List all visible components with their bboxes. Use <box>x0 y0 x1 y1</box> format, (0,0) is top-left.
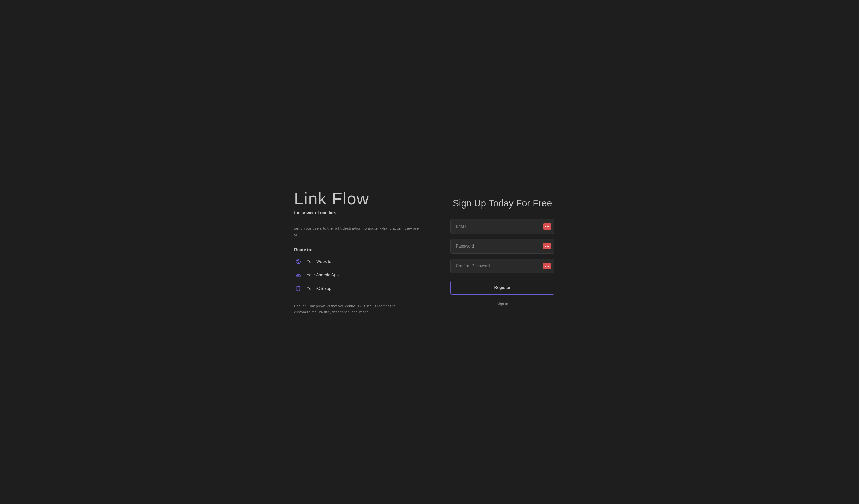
app-description: send your users to the right destination… <box>294 225 419 237</box>
confirm-password-input-icon[interactable] <box>543 263 551 269</box>
signup-title: Sign Up Today For Free <box>453 198 552 209</box>
left-panel: Link Flow the power of one link send you… <box>294 189 419 315</box>
confirm-password-field-wrapper <box>450 259 555 273</box>
route-website-label: Your Website <box>307 259 331 264</box>
dots-icon <box>545 246 549 247</box>
dot <box>545 266 546 267</box>
ios-icon <box>294 284 302 293</box>
list-item: Your iOS app <box>294 284 419 293</box>
password-input[interactable] <box>450 239 555 254</box>
register-button[interactable]: Register <box>450 281 555 295</box>
dot <box>547 246 548 247</box>
route-ios-label: Your iOS app <box>307 286 331 291</box>
page-container: Link Flow the power of one link send you… <box>273 173 586 331</box>
right-panel: Sign Up Today For Free <box>440 198 565 306</box>
password-input-icon[interactable] <box>543 243 551 249</box>
app-tagline: the power of one link <box>294 210 419 215</box>
dot <box>547 226 548 227</box>
email-input-icon[interactable] <box>543 223 551 230</box>
list-item: Your Website <box>294 257 419 266</box>
route-title: Route to: <box>294 248 419 252</box>
signin-link[interactable]: Sign In <box>450 302 555 306</box>
list-item: Your Android App <box>294 271 419 279</box>
dot <box>548 266 549 267</box>
email-input[interactable] <box>450 219 555 234</box>
dots-icon <box>545 266 549 267</box>
app-title: Link Flow <box>294 189 419 208</box>
dots-icon <box>545 226 549 227</box>
dot <box>547 266 548 267</box>
confirm-password-input[interactable] <box>450 259 555 273</box>
route-section: Route to: Your Website <box>294 248 419 293</box>
email-field-wrapper <box>450 219 555 234</box>
android-icon <box>294 271 302 279</box>
dot <box>548 246 549 247</box>
dot <box>545 246 546 247</box>
dot <box>545 226 546 227</box>
bottom-description: Beautiful link previews that you control… <box>294 303 404 315</box>
globe-icon <box>294 257 302 266</box>
password-field-wrapper <box>450 239 555 254</box>
route-list: Your Website Your Android App <box>294 257 419 293</box>
route-android-label: Your Android App <box>307 273 338 278</box>
dot <box>548 226 549 227</box>
signup-form: Register Sign In <box>450 219 555 306</box>
